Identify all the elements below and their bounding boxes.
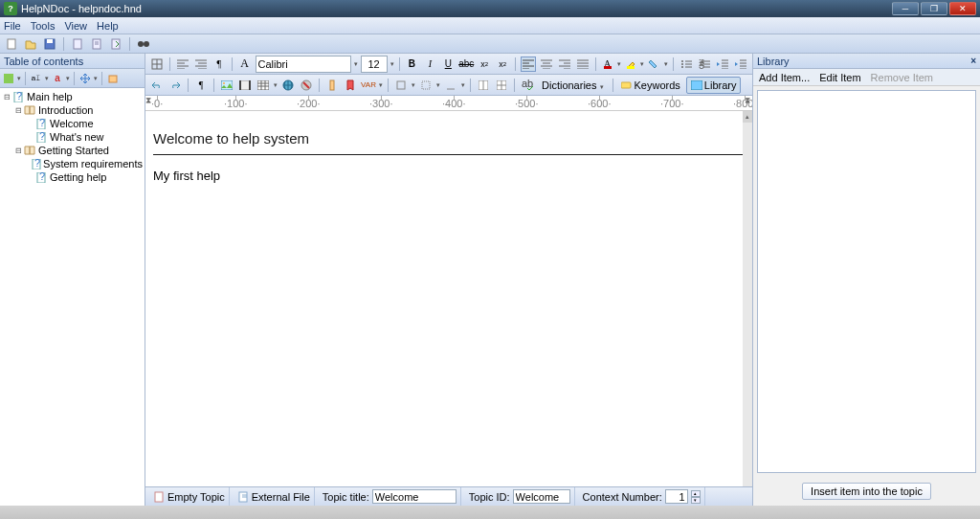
grid2-icon[interactable] [494,78,509,93]
library-panel: Library × Add Item... Edit Item Remove I… [752,54,980,506]
align-left-icon[interactable] [175,56,190,72]
align-justify-icon[interactable] [575,56,590,72]
insert-movie-icon[interactable] [237,78,253,93]
font-color-button[interactable]: A [601,57,614,71]
toc-move-icon[interactable] [78,72,92,85]
page2-button[interactable] [89,36,104,52]
minimize-button[interactable]: ─ [892,2,919,15]
doc-heading[interactable]: Welcome to help system [153,130,743,147]
insert-image-icon[interactable] [219,78,234,93]
binoculars-icon[interactable] [136,36,151,52]
empty-topic-toggle[interactable]: Empty Topic [149,487,230,506]
bg-color-button[interactable] [647,56,662,72]
topic-title-label: Topic title: [323,491,369,503]
border3-icon[interactable] [443,78,458,93]
doc-body[interactable]: My first help [153,169,743,183]
align-right-icon[interactable] [557,56,572,72]
remove-link-icon[interactable] [299,78,314,93]
status-bar: Empty Topic External File Topic title: T… [145,486,752,506]
number-list-icon[interactable]: 123 [697,56,712,72]
tree-node[interactable]: ⊟?Main help [2,90,143,103]
toc-rename-icon[interactable]: a𝙸 [30,72,43,85]
save-button[interactable] [42,36,57,52]
context-down-icon[interactable]: ▾ [691,497,701,504]
font-size-input[interactable] [361,56,388,73]
toc-props-icon[interactable] [106,72,120,85]
indent-icon[interactable] [733,56,748,72]
bookmark-icon[interactable] [343,78,358,93]
variable-icon[interactable]: VAR [361,78,376,93]
ruler-right-margin-icon[interactable]: ⧗ [745,96,750,106]
tree-node[interactable]: ⊟Getting Started [2,144,143,157]
toc-style-icon[interactable] [2,72,15,85]
menu-view[interactable]: View [64,20,87,32]
border2-icon[interactable] [418,78,434,93]
maximize-button[interactable]: ❐ [921,2,947,15]
outdent-icon[interactable] [715,56,730,72]
context-number-input[interactable] [665,489,688,504]
paragraph2-icon[interactable]: ¶ [193,78,209,93]
font-name-input[interactable] [256,56,351,73]
menu-help[interactable]: Help [97,20,119,32]
export-button[interactable] [108,36,123,52]
table-icon[interactable] [149,56,165,72]
library-list[interactable] [757,90,976,473]
tree-node[interactable]: ⊟Introduction [2,103,143,117]
strikethrough-button[interactable]: abc [458,56,474,72]
align-left2-icon[interactable] [521,56,536,72]
grid1-icon[interactable] [476,78,491,93]
close-button[interactable]: ✕ [949,2,976,15]
external-file-toggle[interactable]: External File [234,487,315,506]
context-up-icon[interactable]: ▴ [691,490,701,497]
vertical-scrollbar[interactable]: ▴ [743,111,752,486]
bold-button[interactable]: B [405,56,420,72]
tree-node[interactable]: ?What's new [2,130,143,144]
border1-icon[interactable] [393,78,409,93]
align-indent-icon[interactable] [193,56,209,72]
page1-button[interactable] [70,36,85,52]
document-editor[interactable]: Welcome to help system My first help ▴ [145,111,752,486]
menu-tools[interactable]: Tools [31,20,56,32]
page-icon: ? [34,171,48,183]
dictionaries-dropdown[interactable]: Dictionaries ▾ [538,79,608,91]
menu-file[interactable]: File [4,20,21,32]
font-dropdown-icon[interactable]: ▾ [354,60,358,68]
tree-expander-icon[interactable]: ⊟ [13,147,23,155]
insert-table-icon[interactable] [256,78,271,93]
superscript-button[interactable]: x2 [495,56,510,72]
open-button[interactable] [23,36,38,52]
paragraph-icon[interactable]: ¶ [212,56,227,72]
library-toggle-button[interactable]: Library [686,77,742,94]
spellcheck-icon[interactable]: ab [520,78,535,93]
topic-title-input[interactable] [372,489,457,504]
toc-tree[interactable]: ⊟?Main help⊟Introduction?Welcome?What's … [0,88,145,506]
library-add-item[interactable]: Add Item... [759,72,810,83]
library-insert-button[interactable]: Insert item into the topic [802,483,931,500]
subscript-button[interactable]: x2 [477,56,492,72]
anchor-icon[interactable] [324,78,340,93]
tree-node[interactable]: ?System requirements [2,157,143,170]
toc-delete-icon[interactable]: a [51,72,64,85]
italic-button[interactable]: I [422,56,437,72]
bullet-list-icon[interactable] [679,56,694,72]
highlight-color-button[interactable] [624,57,637,71]
topic-id-input[interactable] [513,489,570,504]
size-dropdown-icon[interactable]: ▾ [390,60,394,68]
tree-expander-icon[interactable]: ⊟ [13,106,23,115]
scroll-up-icon[interactable]: ▴ [743,111,752,123]
new-button[interactable] [4,36,19,52]
font-style-icon[interactable]: A [237,56,253,72]
tree-node[interactable]: ?Getting help [2,170,143,184]
library-edit-item[interactable]: Edit Item [819,72,860,83]
underline-button[interactable]: U [440,56,456,72]
align-center-icon[interactable] [539,56,554,72]
redo-icon[interactable] [167,78,183,93]
tree-label: What's new [50,131,104,143]
keywords-button[interactable]: Keywords [618,79,683,91]
undo-icon[interactable] [149,78,165,93]
tree-expander-icon[interactable]: ⊟ [2,93,11,102]
tree-node[interactable]: ?Welcome [2,117,143,130]
ruler[interactable]: ⧗ ·0··100··200··300··400··500··600··700·… [145,96,752,111]
insert-link-icon[interactable] [280,78,296,93]
library-close-icon[interactable]: × [970,56,976,66]
